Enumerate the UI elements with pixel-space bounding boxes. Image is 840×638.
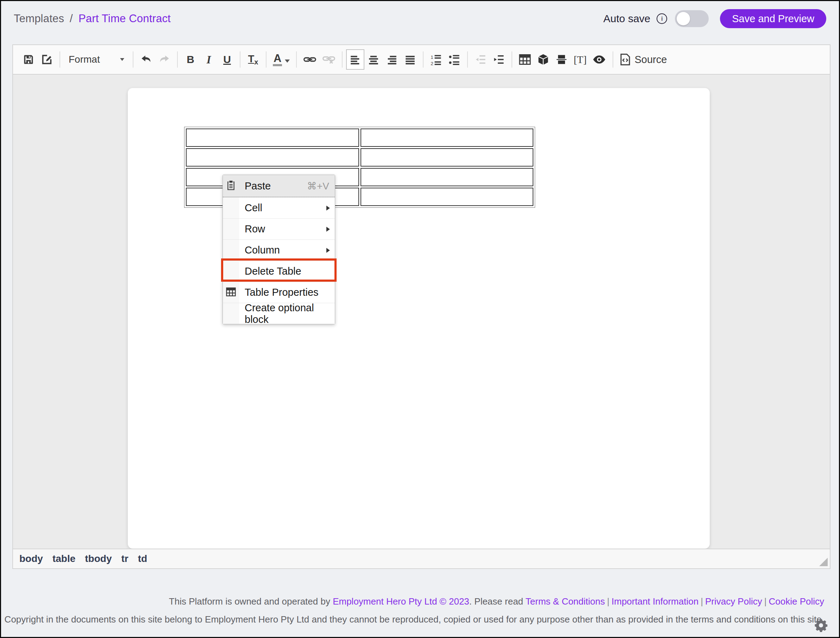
menu-item-create-optional-block[interactable]: Create optional block	[223, 303, 335, 324]
page-break-button[interactable]	[553, 49, 571, 70]
menu-item-label: Table Properties	[245, 287, 319, 298]
align-center-button[interactable]	[365, 49, 383, 70]
edit-pencil-icon	[41, 54, 53, 65]
bullet-list-button[interactable]	[445, 49, 464, 70]
decrease-indent-button[interactable]	[471, 49, 490, 70]
breadcrumb-separator: /	[70, 12, 73, 25]
footer-text: This Platform is owned and operated by	[169, 596, 333, 606]
submenu-arrow-icon	[326, 227, 330, 232]
save-and-preview-button[interactable]: Save and Preview	[720, 9, 826, 28]
menu-item-label: Column	[245, 244, 280, 256]
table-cell[interactable]	[360, 188, 534, 206]
table-row	[186, 128, 534, 147]
underline-button[interactable]: U	[218, 49, 236, 70]
menu-item-label: Create optional block	[245, 302, 335, 325]
editor-content-area: Paste ⌘+V Cell Row Column	[13, 75, 830, 549]
menu-item-cell[interactable]: Cell	[223, 197, 335, 218]
terms-conditions-link[interactable]: Terms & Conditions	[526, 596, 605, 606]
settings-gear-icon[interactable]	[813, 618, 828, 634]
source-button[interactable]: Source	[617, 49, 669, 70]
save-template-button[interactable]	[19, 49, 38, 70]
link-button[interactable]	[300, 49, 319, 70]
table-icon	[519, 54, 531, 65]
remove-format-icon: Tx	[248, 53, 258, 66]
table-cell[interactable]	[360, 168, 534, 186]
unlink-button[interactable]	[319, 49, 338, 70]
autosave-toggle[interactable]	[675, 10, 709, 27]
align-right-button[interactable]	[383, 49, 401, 70]
breadcrumb-templates-link[interactable]: Templates	[14, 12, 64, 25]
breadcrumb-current-page: Part Time Contract	[79, 12, 171, 25]
increase-indent-button[interactable]	[490, 49, 508, 70]
chevron-down-icon	[120, 58, 124, 61]
italic-button[interactable]: I	[200, 49, 218, 70]
preview-button[interactable]	[589, 49, 609, 70]
text-color-button[interactable]: A	[270, 49, 292, 70]
table-row	[186, 148, 534, 167]
text-color-icon: A	[273, 53, 290, 66]
justify-button[interactable]	[401, 49, 419, 70]
path-tag-tbody[interactable]: tbody	[85, 553, 112, 564]
paste-shortcut: ⌘+V	[307, 180, 329, 192]
edit-template-button[interactable]	[38, 49, 56, 70]
insert-table-button[interactable]	[516, 49, 534, 70]
decrease-indent-icon	[474, 53, 487, 66]
align-left-icon	[349, 54, 361, 65]
footer-separator: |	[762, 596, 769, 606]
menu-item-table-properties[interactable]: Table Properties	[223, 282, 335, 303]
clipboard-paste-icon	[226, 180, 236, 192]
privacy-policy-link[interactable]: Privacy Policy	[705, 596, 762, 606]
table-cell[interactable]	[360, 128, 534, 147]
undo-button[interactable]	[137, 49, 155, 70]
menu-item-label: Delete Table	[245, 265, 302, 277]
menu-item-delete-table[interactable]: Delete Table	[223, 261, 335, 282]
document-page[interactable]	[128, 88, 710, 549]
info-icon[interactable]: i	[657, 13, 667, 24]
menu-item-column[interactable]: Column	[223, 239, 335, 261]
path-tag-td[interactable]: td	[138, 553, 147, 564]
submenu-arrow-icon	[326, 248, 330, 253]
svg-text:1: 1	[431, 55, 434, 60]
toolbar-separator	[240, 51, 240, 68]
bold-label: B	[186, 54, 194, 65]
remove-format-button[interactable]: Tx	[244, 49, 262, 70]
menu-icon-gutter	[223, 175, 239, 197]
path-tag-table[interactable]: table	[52, 553, 75, 564]
toolbar-separator	[177, 51, 178, 68]
increase-indent-icon	[493, 53, 505, 66]
footer-line-1: This Platform is owned and operated by E…	[1, 597, 824, 606]
resize-handle[interactable]	[819, 558, 828, 566]
toolbar-separator	[266, 51, 267, 68]
employment-hero-link[interactable]: Employment Hero Pty Ltd © 2023	[333, 596, 469, 606]
page-break-icon	[556, 54, 567, 65]
cookie-policy-link[interactable]: Cookie Policy	[769, 596, 824, 606]
underline-label: U	[223, 54, 231, 65]
table-properties-icon	[226, 287, 236, 298]
justify-icon	[404, 54, 416, 65]
numbered-list-icon: 12	[430, 53, 442, 66]
svg-text:2: 2	[431, 61, 434, 66]
format-dropdown[interactable]: Format	[64, 49, 129, 70]
menu-item-label: Row	[245, 223, 265, 235]
table-cell[interactable]	[186, 148, 359, 167]
toolbar-separator	[60, 51, 60, 68]
redo-button[interactable]	[155, 49, 174, 70]
toolbar-separator	[467, 51, 468, 68]
numbered-list-button[interactable]: 12	[427, 49, 445, 70]
insert-block-button[interactable]	[534, 49, 553, 70]
menu-item-paste[interactable]: Paste ⌘+V	[223, 175, 335, 197]
align-left-button[interactable]	[346, 49, 365, 70]
path-tag-body[interactable]: body	[19, 553, 43, 564]
table-cell[interactable]	[360, 148, 534, 167]
important-information-link[interactable]: Important Information	[611, 596, 698, 606]
cube-icon	[537, 53, 549, 66]
table-cell[interactable]	[186, 128, 359, 147]
autosave-label: Auto save	[603, 13, 650, 25]
menu-item-label: Cell	[245, 202, 262, 214]
menu-item-row[interactable]: Row	[223, 218, 335, 239]
top-bar: Templates / Part Time Contract Auto save…	[1, 1, 839, 36]
path-tag-tr[interactable]: tr	[121, 553, 128, 564]
placeholder-token-button[interactable]: [T]	[571, 49, 589, 70]
template-editor-page: Templates / Part Time Contract Auto save…	[1, 1, 839, 637]
bold-button[interactable]: B	[181, 49, 200, 70]
